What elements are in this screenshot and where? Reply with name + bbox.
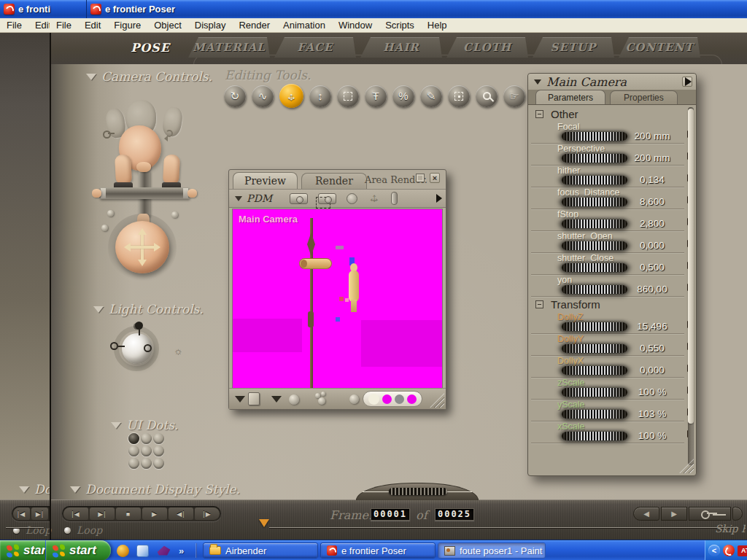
back-start-button[interactable]: star: [0, 540, 45, 560]
ui-dot-5[interactable]: [141, 446, 152, 456]
translate-pull-tool[interactable]: [279, 84, 303, 108]
translate-in-out-tool[interactable]: ↕: [309, 85, 331, 107]
display-dot-3[interactable]: [395, 394, 404, 404]
param-dial[interactable]: [562, 241, 627, 250]
chain-break-tool[interactable]: %: [392, 85, 414, 107]
param-dial[interactable]: [562, 219, 627, 228]
light-2-handle[interactable]: [110, 342, 118, 350]
ui-dots-label[interactable]: UI Dots.: [111, 418, 178, 432]
camera-controls-label[interactable]: Camera Controls.: [86, 69, 212, 84]
tray-app-icon[interactable]: [723, 545, 735, 556]
menu-item-edit[interactable]: Edit: [28, 18, 50, 32]
light-flare-icon[interactable]: [174, 345, 183, 357]
color-tool[interactable]: ✎: [420, 85, 442, 107]
ui-dot-7[interactable]: [128, 458, 139, 469]
ati-tray-icon[interactable]: ATI: [738, 545, 747, 556]
menu-item-display[interactable]: Display: [188, 18, 233, 32]
menu-item-help[interactable]: Help: [421, 18, 454, 32]
ui-dot-1[interactable]: [128, 433, 139, 444]
scale-tool[interactable]: [337, 85, 359, 107]
stop-button[interactable]: ■: [116, 508, 141, 520]
docwin-tab-render[interactable]: Render: [301, 173, 367, 189]
total-frames-counter[interactable]: 00025: [435, 508, 474, 521]
quicklaunch-icon-1[interactable]: [117, 545, 129, 557]
camera-icon[interactable]: [290, 193, 308, 204]
param-dial[interactable]: [562, 198, 627, 206]
back-first-frame-button[interactable]: |◀: [13, 508, 30, 520]
page-button[interactable]: [248, 392, 260, 405]
drawer-thumbwheel[interactable]: [389, 488, 447, 495]
param-dial[interactable]: [562, 322, 627, 331]
tray-collapse-chevron-icon[interactable]: <: [708, 545, 720, 556]
flip-camera-icon[interactable]: [166, 130, 173, 137]
step-back-button[interactable]: ◀: [633, 507, 659, 521]
toolbar-more-arrow-icon[interactable]: [436, 194, 442, 203]
front-window-titlebar[interactable]: e frontier Poser: [86, 0, 747, 18]
loop-toggle[interactable]: Loop: [64, 524, 102, 536]
ui-dot-3[interactable]: [153, 433, 164, 444]
document-display-style-label[interactable]: Document Display Style.: [70, 482, 240, 497]
menu-item-file[interactable]: File: [0, 18, 28, 32]
parameters-panel-header[interactable]: Main Camera: [528, 74, 696, 90]
shaded-style-icon[interactable]: [349, 394, 359, 404]
ui-dot-6[interactable]: [153, 446, 164, 456]
current-frame-counter[interactable]: 00001: [371, 508, 410, 521]
quicklaunch-icon-2[interactable]: [136, 545, 149, 557]
task-e-frontier-poser[interactable]: e frontier Poser: [320, 542, 436, 559]
docwin-tab-preview[interactable]: Preview: [233, 172, 298, 189]
area-render-camera-icon[interactable]: [318, 193, 336, 204]
timeline-marker[interactable]: [259, 519, 269, 527]
task-airbender[interactable]: Airbender: [203, 542, 318, 559]
light-3-handle[interactable]: [144, 344, 152, 352]
silhouette-style-icon[interactable]: [289, 394, 299, 405]
room-tab-material[interactable]: MATERIAL: [188, 37, 270, 58]
pdm-menu[interactable]: PDM: [235, 192, 272, 204]
wireframe-style-icon[interactable]: [318, 397, 325, 405]
grouping-tool[interactable]: [448, 85, 470, 107]
dolly-hand-right-icon[interactable]: [187, 189, 197, 198]
collapse-box-icon[interactable]: [535, 110, 543, 118]
figure-icon[interactable]: [391, 192, 398, 205]
view-magnifier-tool[interactable]: [476, 85, 498, 107]
room-tab-pose[interactable]: POSE: [117, 37, 184, 58]
ui-dot-4[interactable]: [128, 446, 139, 456]
edge-partial-button[interactable]: [732, 507, 743, 521]
menu-item-edit[interactable]: Edit: [78, 18, 107, 32]
resize-grip[interactable]: [430, 393, 444, 408]
param-dial[interactable]: [562, 388, 627, 397]
parameters-scrollbar[interactable]: [688, 107, 694, 465]
camera-select-ball-icon[interactable]: [171, 211, 178, 218]
start-button[interactable]: start: [46, 540, 111, 560]
animating-key-icon[interactable]: [103, 131, 115, 136]
room-tab-setup[interactable]: SETUP: [533, 37, 614, 58]
panel-tab-properties[interactable]: Properties: [610, 90, 678, 104]
figure-body[interactable]: [349, 271, 359, 302]
menu-item-figure[interactable]: Figure: [107, 18, 147, 32]
menu-item-render[interactable]: Render: [232, 18, 276, 32]
ui-dot-8[interactable]: [141, 458, 152, 469]
param-dial[interactable]: [562, 132, 627, 141]
back-window-titlebar[interactable]: e fronti: [0, 0, 86, 18]
expand-icon[interactable]: [416, 174, 425, 182]
camera-trackball-control[interactable]: [115, 221, 169, 273]
room-tab-content[interactable]: CONTENT: [619, 37, 700, 58]
param-dial[interactable]: [562, 366, 627, 375]
dolly-hand-top-icon[interactable]: [136, 162, 151, 172]
ui-dot-2[interactable]: [141, 433, 152, 444]
next-frame-button[interactable]: |▶: [195, 508, 220, 520]
taper-tool[interactable]: Ŧ: [365, 85, 387, 107]
menu-item-file[interactable]: File: [50, 18, 78, 32]
collapse-box-icon[interactable]: [535, 300, 543, 308]
twist-tool[interactable]: ∿: [252, 85, 274, 107]
menu-item-animation[interactable]: Animation: [276, 18, 332, 32]
preview-canvas[interactable]: Main Camera: [232, 209, 443, 389]
style-menu-chevron-icon[interactable]: [271, 396, 282, 402]
param-dial[interactable]: [562, 176, 627, 184]
param-dial[interactable]: [562, 285, 627, 294]
quicklaunch-icon-3[interactable]: [156, 545, 171, 557]
close-icon[interactable]: ×: [430, 173, 440, 183]
timeline-groove[interactable]: [269, 527, 738, 528]
menu-item-window[interactable]: Window: [332, 18, 379, 32]
morphing-tool[interactable]: ☞: [503, 85, 525, 107]
rotate-tool[interactable]: ↻: [224, 85, 246, 107]
